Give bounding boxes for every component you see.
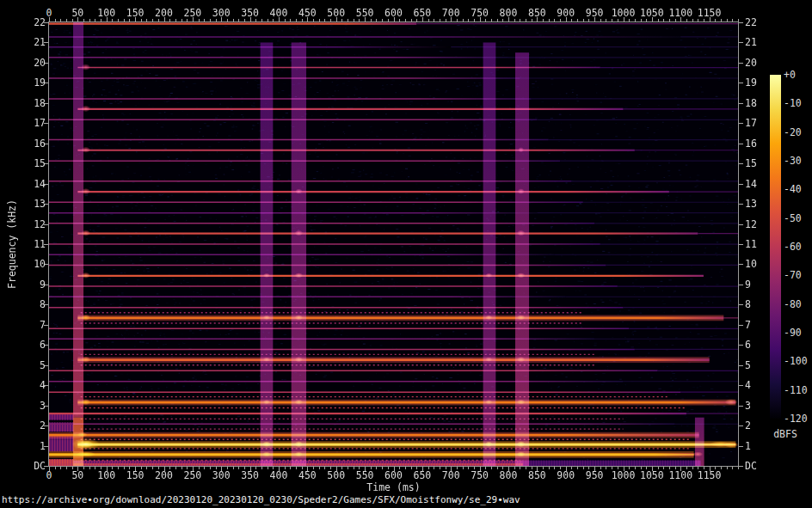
- x-tick: [721, 19, 722, 21]
- colorbar-tick-label: -70: [784, 270, 802, 280]
- x-tick-label: 700: [442, 8, 460, 18]
- y-tick-label: 21: [0, 37, 46, 47]
- x-tick: [428, 19, 429, 21]
- x-tick: [663, 19, 664, 21]
- x-tick: [692, 19, 693, 21]
- x-tick-label: 350: [241, 8, 259, 18]
- x-tick: [663, 467, 664, 469]
- x-tick: [646, 19, 647, 21]
- x-tick: [440, 467, 440, 469]
- x-tick-label: 500: [327, 8, 345, 18]
- x-tick: [612, 19, 612, 21]
- x-tick-label: 800: [500, 8, 518, 18]
- x-tick: [89, 19, 90, 21]
- x-tick-label: 1050: [640, 8, 664, 18]
- y-tick: [739, 103, 743, 104]
- x-tick: [199, 19, 200, 21]
- x-tick: [210, 467, 211, 469]
- x-axis-title: Time (ms): [49, 482, 738, 493]
- y-tick-label: 1: [0, 441, 46, 451]
- x-tick: [313, 467, 314, 469]
- x-tick: [146, 467, 147, 469]
- x-tick: [502, 19, 503, 21]
- x-tick: [416, 19, 417, 21]
- x-tick: [72, 19, 73, 21]
- x-tick: [583, 19, 584, 21]
- y-tick-label: 1: [745, 441, 751, 451]
- y-tick-label: 19: [0, 77, 46, 88]
- x-tick: [354, 19, 354, 21]
- x-tick: [60, 19, 61, 21]
- x-tick: [181, 19, 182, 21]
- x-tick-label: 700: [442, 470, 460, 480]
- x-tick: [543, 19, 544, 21]
- y-tick-label: 8: [745, 299, 751, 309]
- x-tick-label: 1050: [640, 470, 664, 480]
- x-tick-label: 800: [500, 470, 518, 480]
- colorbar-tick-label: -90: [784, 327, 802, 338]
- x-tick: [60, 467, 61, 469]
- colorbar-tick-label: -80: [784, 299, 802, 309]
- y-tick-label: 14: [0, 179, 46, 189]
- y-tick-label: DC: [0, 461, 46, 471]
- x-tick: [371, 19, 372, 21]
- y-tick-label: 6: [745, 340, 751, 350]
- x-tick: [440, 19, 440, 21]
- x-tick: [686, 467, 687, 469]
- x-tick-label: 1000: [612, 8, 636, 18]
- x-tick: [692, 467, 693, 469]
- x-tick: [382, 19, 383, 21]
- x-tick: [588, 19, 589, 21]
- y-tick-label: 7: [0, 320, 46, 330]
- x-tick: [55, 19, 56, 21]
- x-tick: [169, 467, 170, 469]
- x-tick-label: 200: [155, 470, 173, 480]
- y-tick-label: 21: [745, 37, 757, 47]
- x-tick: [554, 467, 555, 469]
- y-tick-label: 18: [0, 98, 46, 108]
- x-tick-label: 900: [557, 8, 575, 18]
- x-tick-label: 950: [586, 470, 604, 480]
- x-tick-label: 650: [413, 8, 431, 18]
- x-tick: [118, 467, 119, 469]
- x-tick: [371, 467, 372, 469]
- y-tick-label: DC: [745, 461, 757, 471]
- x-tick: [629, 467, 630, 469]
- y-tick: [739, 163, 743, 164]
- x-tick: [675, 19, 676, 21]
- x-tick: [727, 19, 728, 21]
- x-tick: [399, 467, 400, 469]
- x-tick: [83, 467, 84, 469]
- x-tick: [727, 467, 728, 469]
- x-tick: [233, 467, 234, 469]
- y-tick: [739, 83, 743, 83]
- x-tick: [463, 19, 464, 21]
- x-tick-label: 1150: [698, 8, 722, 18]
- x-tick: [526, 467, 526, 469]
- y-tick: [739, 406, 743, 407]
- x-tick: [382, 467, 383, 469]
- y-tick-label: 15: [0, 158, 46, 168]
- x-tick: [514, 19, 515, 21]
- x-tick: [55, 467, 56, 469]
- x-tick: [520, 19, 520, 21]
- y-tick-label: 4: [0, 380, 46, 390]
- x-tick: [152, 19, 153, 21]
- y-tick-label: 15: [745, 158, 757, 168]
- x-tick: [669, 19, 670, 21]
- x-tick: [319, 467, 320, 469]
- x-tick: [485, 19, 486, 21]
- x-tick: [606, 467, 606, 469]
- x-tick: [434, 467, 434, 469]
- x-tick: [405, 467, 406, 469]
- y-tick-label: 5: [0, 360, 46, 370]
- x-tick: [261, 467, 262, 469]
- x-tick: [175, 467, 176, 469]
- x-tick: [618, 19, 618, 21]
- x-tick-label: 1100: [668, 8, 692, 18]
- x-tick: [629, 19, 630, 21]
- x-tick: [457, 467, 458, 469]
- y-tick: [739, 224, 743, 225]
- y-tick-label: 20: [745, 58, 757, 68]
- x-tick: [348, 467, 348, 469]
